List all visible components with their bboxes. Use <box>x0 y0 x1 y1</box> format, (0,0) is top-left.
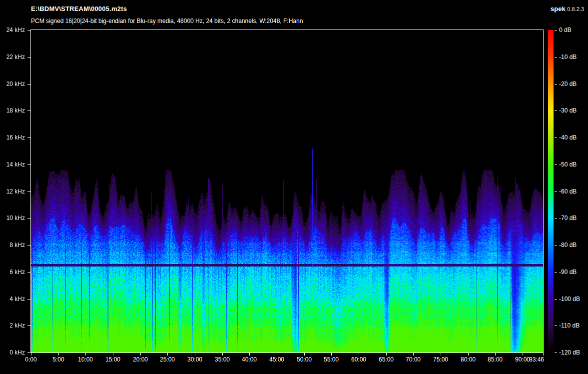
freq-tick <box>27 299 30 300</box>
db-tick <box>555 299 557 300</box>
time-tick-label: 50:00 <box>297 356 312 363</box>
db-tick <box>555 218 557 218</box>
db-tick <box>555 138 557 138</box>
freq-tick <box>27 218 30 218</box>
time-tick <box>441 353 441 356</box>
time-tick-label: 30:00 <box>187 356 202 363</box>
file-path: E:\BDMV\STREAM\00005.m2ts <box>31 5 127 12</box>
time-tick <box>140 353 141 356</box>
freq-tick-label: 18 kHz <box>0 107 25 114</box>
time-tick-label: 5:00 <box>52 356 64 363</box>
db-tick-label: -40 dB <box>559 134 577 141</box>
db-colorbar <box>548 30 554 352</box>
spectrogram-plot <box>30 30 544 353</box>
freq-tick-label: 16 kHz <box>0 134 25 141</box>
time-tick <box>359 353 359 356</box>
freq-tick-label: 14 kHz <box>0 161 25 168</box>
time-tick <box>495 353 496 356</box>
spectrogram-canvas <box>31 30 543 352</box>
db-tick <box>555 352 557 353</box>
db-tick-label: 0 dB <box>559 26 572 34</box>
freq-tick-label: 10 kHz <box>0 214 25 222</box>
time-tick <box>58 353 59 356</box>
freq-tick-label: 6 kHz <box>0 268 25 276</box>
time-tick <box>304 353 305 356</box>
time-tick <box>468 353 469 356</box>
db-tick-label: -10 dB <box>559 54 577 60</box>
db-tick-label: -110 dB <box>559 322 580 329</box>
time-tick-label: 35:00 <box>215 356 230 363</box>
time-tick <box>543 353 544 356</box>
freq-tick-label: 24 kHz <box>0 26 25 34</box>
time-tick <box>523 353 523 356</box>
time-tick-label: 60:00 <box>351 356 366 363</box>
time-tick-label: 75:00 <box>433 356 448 363</box>
freq-tick-label: 12 kHz <box>0 188 25 195</box>
db-tick-label: -100 dB <box>559 296 580 302</box>
freq-tick <box>27 84 30 84</box>
time-tick-label: 45:00 <box>269 356 284 363</box>
time-tick-label: 93:46 <box>529 356 544 363</box>
freq-tick-label: 4 kHz <box>0 296 25 302</box>
freq-tick <box>27 164 30 165</box>
freq-tick <box>27 30 30 30</box>
time-tick-label: 25:00 <box>160 356 175 363</box>
freq-tick <box>27 57 30 58</box>
db-tick-label: -80 dB <box>559 242 577 248</box>
time-tick-label: 55:00 <box>324 356 339 363</box>
freq-tick <box>27 352 30 353</box>
freq-tick-label: 22 kHz <box>0 54 25 60</box>
time-tick-label: 20:00 <box>133 356 148 363</box>
db-tick-label: -90 dB <box>559 268 577 276</box>
db-tick-label: -60 dB <box>559 188 577 195</box>
time-tick-label: 0:00 <box>25 356 36 363</box>
db-tick-label: -30 dB <box>559 107 577 114</box>
app-name: spek <box>551 5 566 12</box>
time-tick <box>167 353 168 356</box>
time-tick-label: 85:00 <box>488 356 503 363</box>
db-tick-label: -120 dB <box>559 349 580 356</box>
app-version: 0.8.2.3 <box>567 6 584 12</box>
time-tick <box>85 353 86 356</box>
time-tick-label: 80:00 <box>461 356 476 363</box>
time-tick-label: 10:00 <box>78 356 93 363</box>
time-tick <box>195 353 195 356</box>
db-tick <box>555 164 557 165</box>
freq-tick-label: 20 kHz <box>0 80 25 88</box>
db-tick-label: -50 dB <box>559 161 577 168</box>
db-tick <box>555 84 557 84</box>
time-tick <box>222 353 223 356</box>
spek-window: E:\BDMV\STREAM\00005.m2ts spek 0.8.2.3 P… <box>0 0 588 374</box>
time-tick-label: 15:00 <box>105 356 120 363</box>
app-brand: spek 0.8.2.3 <box>551 5 584 12</box>
time-tick <box>31 353 31 356</box>
freq-tick <box>27 272 30 272</box>
time-tick-label: 40:00 <box>242 356 257 363</box>
db-tick-label: -70 dB <box>559 214 577 222</box>
db-tick <box>555 245 557 246</box>
freq-tick <box>27 245 30 246</box>
time-tick <box>331 353 332 356</box>
freq-tick-label: 0 kHz <box>0 349 25 356</box>
time-tick-label: 70:00 <box>406 356 421 363</box>
freq-tick-label: 8 kHz <box>0 242 25 248</box>
freq-tick-label: 2 kHz <box>0 322 25 329</box>
freq-tick <box>27 192 30 192</box>
db-tick <box>555 272 557 272</box>
time-tick <box>413 353 414 356</box>
time-tick-label: 90:00 <box>515 356 530 363</box>
freq-tick <box>27 110 30 111</box>
time-tick <box>249 353 250 356</box>
db-tick <box>555 30 557 30</box>
freq-tick <box>27 138 30 138</box>
time-tick <box>277 353 277 356</box>
db-tick-label: -20 dB <box>559 80 577 88</box>
stream-info: PCM signed 16|20|24-bit big-endian for B… <box>31 18 303 24</box>
freq-tick <box>27 326 30 326</box>
db-tick <box>555 57 557 58</box>
db-tick <box>555 326 557 326</box>
time-tick <box>386 353 387 356</box>
time-tick-label: 65:00 <box>379 356 394 363</box>
time-tick <box>113 353 113 356</box>
db-tick <box>555 110 557 111</box>
